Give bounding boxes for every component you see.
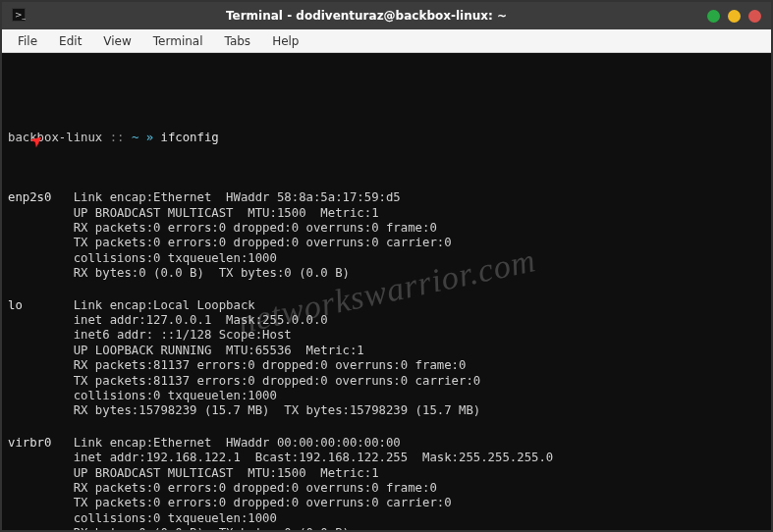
svg-text:>_: >_ (15, 10, 26, 20)
menubar: File Edit View Terminal Tabs Help (2, 29, 771, 53)
blank-line (8, 281, 765, 295)
menu-edit[interactable]: Edit (49, 32, 91, 50)
interface-detail: Link encap:Ethernet HWaddr 58:8a:5a:17:5… (74, 190, 401, 204)
close-button[interactable] (748, 10, 761, 23)
menu-terminal[interactable]: Terminal (143, 32, 213, 50)
interface-line: virbr0Link encap:Ethernet HWaddr 00:00:0… (8, 436, 765, 451)
interface-detail: Link encap:Ethernet HWaddr 00:00:00:00:0… (74, 436, 401, 450)
interface-detail: Link encap:Local Loopback (74, 298, 255, 312)
minimize-button[interactable] (707, 10, 720, 23)
terminal-viewport[interactable]: networkswarrior.com ➤ backbox-linux :: ~… (2, 53, 771, 530)
menu-file[interactable]: File (8, 32, 47, 50)
interface-detail: UP LOOPBACK RUNNING MTU:65536 Metric:1 (8, 344, 765, 358)
window-titlebar: >_ Terminal - dodiventuraz@backbox-linux… (2, 2, 771, 29)
interface-detail: RX packets:81137 errors:0 dropped:0 over… (8, 358, 765, 373)
terminal-icon: >_ (12, 8, 26, 25)
interface-detail: collisions:0 txqueuelen:1000 (8, 251, 765, 266)
interface-detail: collisions:0 txqueuelen:1000 (8, 389, 765, 403)
interface-block: loLink encap:Local Loopbackinet addr:127… (8, 298, 765, 434)
interface-name: virbr0 (8, 436, 74, 451)
interface-line: enp2s0Link encap:Ethernet HWaddr 58:8a:5… (8, 190, 765, 205)
interface-detail: inet6 addr: ::1/128 Scope:Host (8, 328, 765, 343)
blank-line (8, 419, 765, 434)
interface-detail: inet addr:127.0.0.1 Mask:255.0.0.0 (8, 313, 765, 328)
interface-detail: RX bytes:0 (0.0 B) TX bytes:0 (0.0 B) (8, 526, 765, 530)
interface-detail: RX bytes:0 (0.0 B) TX bytes:0 (0.0 B) (8, 266, 765, 281)
prompt-path: ~ (132, 131, 138, 144)
window-controls (707, 10, 761, 23)
interface-detail: TX packets:0 errors:0 dropped:0 overruns… (8, 496, 765, 510)
prompt-symbol: » (146, 131, 153, 144)
interface-name: lo (8, 298, 74, 313)
interface-detail: TX packets:81137 errors:0 dropped:0 over… (8, 374, 765, 389)
window-title: Terminal - dodiventuraz@backbox-linux: ~ (26, 9, 707, 23)
interface-detail: inet addr:192.168.122.1 Bcast:192.168.12… (8, 451, 765, 465)
menu-tabs[interactable]: Tabs (215, 32, 261, 50)
interface-detail: TX packets:0 errors:0 dropped:0 overruns… (8, 236, 765, 250)
interface-block: virbr0Link encap:Ethernet HWaddr 00:00:0… (8, 436, 765, 530)
interface-line: loLink encap:Local Loopback (8, 298, 765, 313)
interface-detail: RX bytes:15798239 (15.7 MB) TX bytes:157… (8, 403, 765, 418)
interface-detail: collisions:0 txqueuelen:1000 (8, 511, 765, 526)
menu-view[interactable]: View (93, 32, 140, 50)
prompt-host: backbox-linux (8, 131, 102, 144)
prompt-sep: :: (110, 131, 125, 144)
prompt-line-1: backbox-linux :: ~ » ifconfig (8, 131, 765, 145)
menu-help[interactable]: Help (262, 32, 308, 50)
ifconfig-output: enp2s0Link encap:Ethernet HWaddr 58:8a:5… (8, 190, 765, 530)
interface-detail: UP BROADCAST MULTICAST MTU:1500 Metric:1 (8, 206, 765, 221)
interface-detail: RX packets:0 errors:0 dropped:0 overruns… (8, 481, 765, 496)
interface-detail: RX packets:0 errors:0 dropped:0 overruns… (8, 221, 765, 236)
interface-block: enp2s0Link encap:Ethernet HWaddr 58:8a:5… (8, 190, 765, 296)
interface-name: enp2s0 (8, 190, 74, 205)
maximize-button[interactable] (728, 10, 741, 23)
command-text: ifconfig (161, 131, 219, 144)
interface-detail: UP BROADCAST MULTICAST MTU:1500 Metric:1 (8, 466, 765, 481)
